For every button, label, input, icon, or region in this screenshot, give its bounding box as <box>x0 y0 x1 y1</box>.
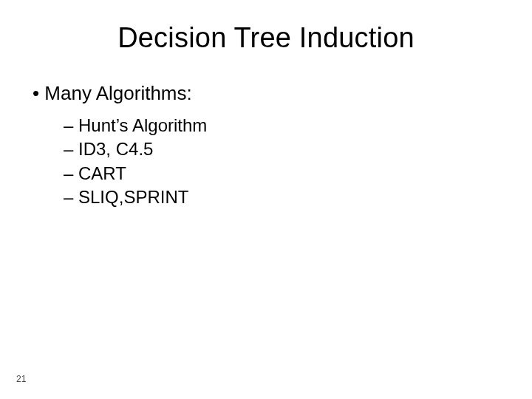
bullet-level-2: CART <box>64 162 502 185</box>
bullet-level-2: Hunt’s Algorithm <box>64 114 502 137</box>
bullet-level-2: SLIQ,SPRINT <box>64 185 502 209</box>
bullet-level-2: ID3, C4.5 <box>64 137 502 161</box>
bullet-level-1: Many Algorithms: <box>33 82 502 105</box>
page-number: 21 <box>16 374 26 384</box>
slide-title: Decision Tree Induction <box>30 22 502 54</box>
slide: Decision Tree Induction Many Algorithms:… <box>0 0 532 399</box>
